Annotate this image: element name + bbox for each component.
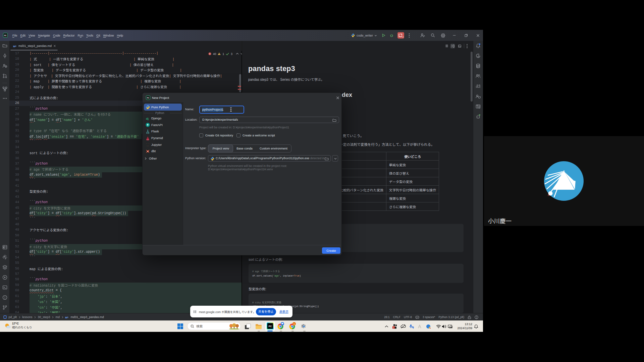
- svg-text:PC: PC: [147, 97, 149, 99]
- svg-text:PC: PC: [4, 35, 7, 37]
- svg-text:M: M: [65, 316, 67, 319]
- svg-text:dj: dj: [146, 117, 149, 120]
- svg-text:M: M: [13, 45, 15, 48]
- svg-text:PC: PC: [269, 325, 272, 327]
